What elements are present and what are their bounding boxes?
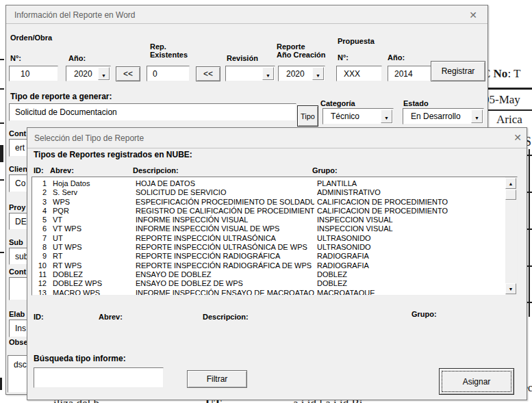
list-scrollbar[interactable]: ▲ ▼ (505, 177, 517, 295)
prev-button-1[interactable]: << (116, 66, 140, 81)
list-row[interactable]: 11DOBLEZENSAYO DE DOBLEZDOBLEZ (34, 270, 503, 279)
header-descripcion: Descripcion: (133, 166, 179, 174)
titlebar-separator (27, 148, 527, 148)
list-cell: REPORTE INSPECCIÓN RADIOGRÁFICA DE WPS (136, 261, 314, 270)
list-cell: 6 (34, 224, 47, 233)
list-cell: RT (53, 252, 134, 261)
scrollbar-thumb[interactable] (505, 190, 516, 200)
doc-border-mark (0, 179, 4, 181)
numero-input[interactable] (9, 66, 58, 81)
doc-border-mark (0, 378, 2, 390)
search-label: Búsqueda tipo informe: (34, 354, 126, 363)
doc-rule (487, 88, 532, 90)
list-cell: UT WPS (53, 243, 134, 252)
screen: { "main_dialog": { "title": "Información… (0, 0, 532, 403)
anio-combobox[interactable]: 2020 ▼ (66, 66, 111, 81)
list-row[interactable]: 6VT WPSINFORME INSPECCIÓN VISUAL DE WPSI… (34, 224, 503, 233)
propuesta-anio-input[interactable] (388, 66, 431, 81)
rep-existentes-input[interactable] (147, 66, 190, 81)
list-cell: VT WPS (53, 224, 134, 233)
chevron-down-icon[interactable]: ▼ (262, 67, 274, 80)
dialog-title: Información del Reporte en Word (14, 10, 136, 20)
search-input[interactable] (34, 367, 164, 388)
list-cell: 2 (34, 188, 47, 197)
cliente-label: Clien (9, 165, 27, 173)
list-row[interactable]: 5VTINFORME INSPECCIÓN VISUALINSPECCION V… (34, 216, 503, 224)
list-row[interactable]: 13MACRO WPSINFORME INSPECCIÓN ENSAYO DE … (34, 289, 503, 296)
list-cell: RADIOGRAFIA (317, 261, 506, 270)
list-cell: ENSAYO DE DOBLEZ (136, 270, 314, 279)
list-cell: DOBLEZ (317, 270, 506, 279)
revision-combobox[interactable]: ▼ (225, 66, 275, 81)
list-cell: RADIOGRAFIA (317, 252, 506, 261)
list-cell: RT WPS (53, 261, 134, 270)
list-cell: ESPECIFICACIÓN PROCEDIMIENTO DE SOLDADUR… (136, 198, 314, 207)
reporte-anio-creacion-label: ReporteAño Creación (277, 42, 326, 59)
propuesta-numero-input[interactable] (336, 66, 382, 81)
list-subtitle: Tipos de Reportes registrados en NUBE: (34, 150, 192, 159)
report-type-rows: 1Hoja DatosHOJA DE DATOSPLANTILLA2S. Ser… (34, 179, 503, 295)
chevron-down-icon[interactable]: ▼ (312, 67, 324, 80)
doc-text-city: Arica (496, 113, 522, 127)
doc-text-no: C No: T (483, 67, 520, 81)
list-cell: REGISTRO DE CALIFICACIÓN DE PROCEDIMIENT… (136, 207, 314, 216)
asignar-button[interactable]: Asignar (439, 368, 514, 395)
list-cell: 12 (34, 279, 47, 288)
report-type-list[interactable]: 1Hoja DatosHOJA DE DATOSPLANTILLA2S. Ser… (31, 177, 518, 296)
list-row[interactable]: 10RT WPSREPORTE INSPECCIÓN RADIOGRÁFICA … (34, 261, 503, 270)
chevron-down-icon[interactable]: ▼ (471, 109, 483, 123)
list-cell: 3 (34, 198, 47, 207)
header-grupo: Grupo: (312, 166, 338, 174)
list-cell: 8 (34, 243, 47, 252)
list-row[interactable]: 7UTREPORTE INSPECCIÓN ULTRASÓNICAULTRASO… (34, 234, 503, 243)
chevron-down-icon[interactable]: ▼ (381, 109, 392, 123)
close-icon[interactable]: ✕ (466, 8, 481, 22)
header-abrev: Abrev: (50, 166, 74, 174)
doc-border-mark (0, 59, 4, 60)
orden-obra-label: Orden/Obra (10, 34, 52, 42)
list-cell: MACRO WPS (53, 289, 134, 296)
doc-border-mark (0, 145, 3, 162)
list-cell: S. Serv (53, 188, 134, 197)
prev-button-2[interactable]: << (196, 66, 220, 81)
scroll-down-icon[interactable]: ▼ (505, 283, 516, 294)
list-cell: DOBLEZ (317, 279, 506, 288)
list-cell: INFORME INSPECCIÓN ENSAYO DE MACROATAQUE… (136, 289, 314, 296)
detail-id-label: ID: (34, 313, 44, 321)
list-row[interactable]: 3WPSESPECIFICACIÓN PROCEDIMIENTO DE SOLD… (34, 198, 503, 207)
list-cell: ADMINISTRATIVO (317, 188, 506, 197)
elaborado-label: Elab (9, 310, 25, 318)
list-cell: 11 (34, 270, 47, 279)
registrar-button[interactable]: Registrar (431, 61, 485, 81)
list-cell: ENSAYO DE DOBLEZ DE WPS (136, 279, 314, 288)
scroll-up-icon[interactable]: ▲ (505, 178, 516, 189)
anio-label: Año: (68, 54, 86, 62)
dialog-seleccion-tipo-reporte: Selección del Tipo de Reporte ✕ Tipos de… (27, 127, 527, 400)
list-cell: REPORTE INSPECCIÓN ULTRASÓNICA (136, 234, 314, 243)
list-row[interactable]: 1Hoja DatosHOJA DE DATOSPLANTILLA (34, 179, 503, 188)
filtrar-button[interactable]: Filtrar (187, 370, 247, 388)
detail-descripcion-label: Descripcion: (203, 313, 249, 321)
estado-combobox[interactable]: En Desarrollo ▼ (403, 108, 484, 125)
list-row[interactable]: 8UT WPSREPORTE INSPECCIÓN ULTRASÓNICA DE… (34, 243, 503, 252)
list-row[interactable]: 12DOBLEZ WPSENSAYO DE DOBLEZ DE WPSDOBLE… (34, 279, 503, 288)
numero-label: N°: (10, 54, 21, 62)
propuesta-label: Propuesta (338, 37, 375, 45)
tipo-reporte-input[interactable] (9, 103, 296, 121)
close-icon[interactable]: ✕ (510, 131, 525, 144)
estado-label: Estado (403, 99, 429, 107)
list-row[interactable]: 4PQRREGISTRO DE CALIFICACIÓN DE PROCEDIM… (34, 207, 503, 216)
categoria-combobox[interactable]: Técnico ▼ (322, 108, 394, 125)
list-cell: SOLICITUD DE SERVICIO (136, 188, 314, 197)
list-row[interactable]: 9RTREPORTE INSPECCIÓN RADIOGRÁFICARADIOG… (34, 252, 503, 261)
tipo-button[interactable]: Tipo (297, 105, 318, 127)
reporte-anio-creacion-combobox[interactable]: 2020 ▼ (278, 66, 325, 81)
list-cell: DOBLEZ (53, 270, 134, 279)
list-cell: VT (53, 216, 134, 224)
list-cell: WPS (53, 198, 134, 207)
contratista-label: Cont (9, 129, 26, 138)
chevron-down-icon[interactable]: ▼ (98, 67, 110, 80)
list-row[interactable]: 2S. ServSOLICITUD DE SERVICIOADMINISTRAT… (34, 188, 503, 197)
list-cell: ULTRASONIDO (317, 243, 506, 252)
doc-border-mark (0, 122, 4, 124)
